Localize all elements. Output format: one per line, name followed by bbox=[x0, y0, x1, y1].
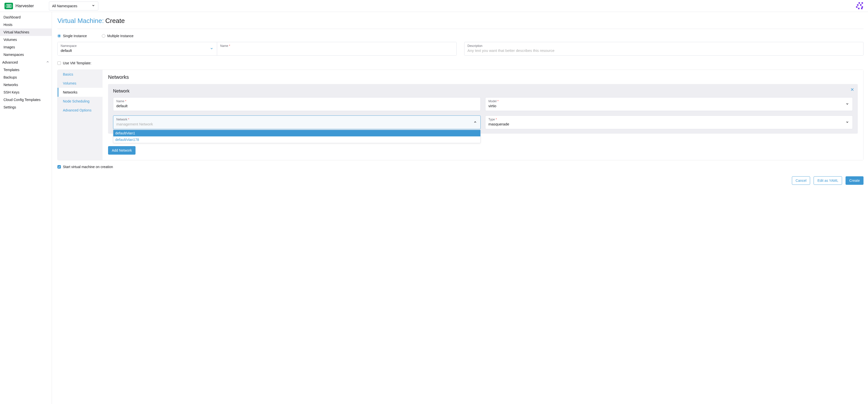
button-label: Cancel bbox=[796, 178, 807, 182]
field-label: Network * bbox=[116, 118, 477, 121]
description-input[interactable]: Description Any text you want that bette… bbox=[464, 42, 864, 56]
tab-label: Node Scheduling bbox=[63, 99, 90, 103]
tab-basics[interactable]: Basics bbox=[58, 70, 102, 79]
radio-icon bbox=[102, 34, 105, 38]
network-model-select[interactable]: Model * virtio bbox=[485, 97, 853, 111]
tab-advanced-options[interactable]: Advanced Options bbox=[58, 106, 102, 115]
sidebar-item-volumes[interactable]: Volumes bbox=[0, 36, 52, 43]
svg-rect-10 bbox=[858, 8, 860, 9]
field-value: virtio bbox=[488, 104, 849, 109]
sidebar-item-label: Backups bbox=[3, 75, 17, 79]
network-card-title: Network bbox=[113, 89, 853, 94]
sidebar-item-label: Cloud Config Templates bbox=[3, 98, 40, 102]
field-label: Model * bbox=[488, 100, 849, 103]
option-label: default/vlan1 bbox=[115, 131, 135, 135]
edit-as-yaml-button[interactable]: Edit as YAML bbox=[814, 176, 842, 185]
sidebar-group-label: Advanced bbox=[2, 60, 18, 64]
user-avatar[interactable] bbox=[856, 2, 864, 10]
sidebar-item-label: SSH Keys bbox=[3, 90, 20, 94]
network-type-select[interactable]: Type * masquerade bbox=[485, 115, 853, 129]
sidebar-item-label: Settings bbox=[3, 105, 16, 109]
namespace-selector-label: All Namespaces bbox=[52, 4, 78, 8]
network-network-select[interactable]: Network * management Network bbox=[113, 115, 481, 129]
sidebar: Dashboard Hosts Virtual Machines Volumes… bbox=[0, 12, 52, 404]
section-title: Networks bbox=[108, 74, 858, 80]
field-label: Description bbox=[467, 44, 860, 47]
dropdown-option[interactable]: default/vlan1 bbox=[113, 130, 480, 136]
network-name-input[interactable]: Name * default bbox=[113, 97, 481, 111]
sidebar-item-ssh-keys[interactable]: SSH Keys bbox=[0, 89, 52, 96]
field-label: Type * bbox=[488, 118, 849, 121]
brand: Harvester bbox=[4, 3, 34, 9]
sidebar-item-images[interactable]: Images bbox=[0, 43, 52, 51]
sidebar-item-label: Virtual Machines bbox=[3, 30, 29, 34]
network-card: Network Name * default Model * virtio bbox=[108, 84, 858, 134]
sidebar-item-label: Namespaces bbox=[3, 53, 24, 57]
svg-rect-5 bbox=[862, 2, 863, 4]
chevron-down-icon bbox=[845, 120, 849, 125]
radio-icon bbox=[57, 34, 61, 38]
tab-label: Volumes bbox=[63, 81, 76, 85]
namespace-select[interactable]: Namespace default bbox=[58, 42, 217, 55]
checkbox-label: Use VM Template: bbox=[63, 61, 91, 65]
sidebar-item-hosts[interactable]: Hosts bbox=[0, 21, 52, 28]
network-dropdown-menu: default/vlan1 default/vlan178 bbox=[113, 130, 481, 143]
close-icon[interactable] bbox=[850, 88, 854, 93]
field-value: masquerade bbox=[488, 122, 849, 127]
chevron-up-icon bbox=[46, 60, 50, 64]
sidebar-item-namespaces[interactable]: Namespaces bbox=[0, 51, 52, 58]
start-vm-on-create-checkbox[interactable]: Start virtual machine on creation bbox=[57, 165, 864, 169]
sidebar-item-virtual-machines[interactable]: Virtual Machines bbox=[0, 28, 52, 36]
sidebar-group-advanced[interactable]: Advanced bbox=[0, 58, 52, 66]
radio-label: Multiple Instance bbox=[107, 34, 133, 38]
tab-content-networks: Networks Network Name * default bbox=[102, 70, 863, 160]
radio-multiple-instance[interactable]: Multiple Instance bbox=[102, 34, 133, 38]
separator bbox=[57, 29, 864, 29]
create-button[interactable]: Create bbox=[845, 176, 864, 185]
tab-node-scheduling[interactable]: Node Scheduling bbox=[58, 97, 102, 106]
sidebar-item-label: Images bbox=[3, 45, 15, 49]
dropdown-option[interactable]: default/vlan178 bbox=[113, 136, 480, 143]
topbar: Harvester All Namespaces bbox=[0, 0, 868, 12]
chevron-down-icon bbox=[92, 4, 95, 8]
tab-label: Networks bbox=[63, 90, 78, 94]
radio-single-instance[interactable]: Single Instance bbox=[57, 34, 87, 38]
field-value bbox=[220, 48, 454, 54]
svg-rect-6 bbox=[857, 4, 859, 6]
sidebar-item-networks[interactable]: Networks bbox=[0, 81, 52, 89]
page-title-mode: Create bbox=[105, 17, 125, 25]
field-placeholder: Any text you want that better describes … bbox=[467, 48, 860, 53]
sidebar-item-settings[interactable]: Settings bbox=[0, 103, 52, 111]
field-placeholder: management Network bbox=[116, 122, 477, 127]
field-value: default bbox=[116, 104, 477, 109]
page-title-type: Virtual Machine: bbox=[57, 17, 104, 25]
checkbox-icon bbox=[57, 165, 61, 169]
sidebar-item-backups[interactable]: Backups bbox=[0, 74, 52, 81]
svg-rect-7 bbox=[860, 4, 862, 6]
button-label: Edit as YAML bbox=[817, 178, 838, 182]
sidebar-item-label: Hosts bbox=[3, 23, 12, 27]
option-label: default/vlan178 bbox=[115, 138, 139, 142]
svg-rect-9 bbox=[862, 6, 863, 8]
button-label: Create bbox=[849, 178, 860, 182]
namespace-selector[interactable]: All Namespaces bbox=[49, 1, 98, 10]
name-input[interactable]: Name * bbox=[217, 42, 457, 55]
cancel-button[interactable]: Cancel bbox=[792, 176, 810, 185]
svg-rect-8 bbox=[856, 6, 858, 8]
svg-rect-4 bbox=[859, 2, 860, 4]
radio-label: Single Instance bbox=[63, 34, 87, 38]
sidebar-item-cloud-config-templates[interactable]: Cloud Config Templates bbox=[0, 96, 52, 103]
brand-name: Harvester bbox=[16, 3, 34, 8]
brand-logo bbox=[4, 3, 13, 9]
tab-networks[interactable]: Networks bbox=[58, 88, 102, 97]
add-network-button[interactable]: Add Network bbox=[108, 146, 135, 155]
sidebar-item-dashboard[interactable]: Dashboard bbox=[0, 13, 52, 21]
checkbox-label: Start virtual machine on creation bbox=[63, 165, 113, 169]
checkbox-icon bbox=[57, 61, 61, 65]
sidebar-item-label: Templates bbox=[3, 68, 20, 72]
sidebar-item-templates[interactable]: Templates bbox=[0, 66, 52, 74]
use-vm-template-checkbox[interactable]: Use VM Template: bbox=[57, 61, 864, 65]
tab-volumes[interactable]: Volumes bbox=[58, 79, 102, 88]
tab-label: Basics bbox=[63, 72, 73, 76]
field-label: Name * bbox=[116, 100, 477, 103]
